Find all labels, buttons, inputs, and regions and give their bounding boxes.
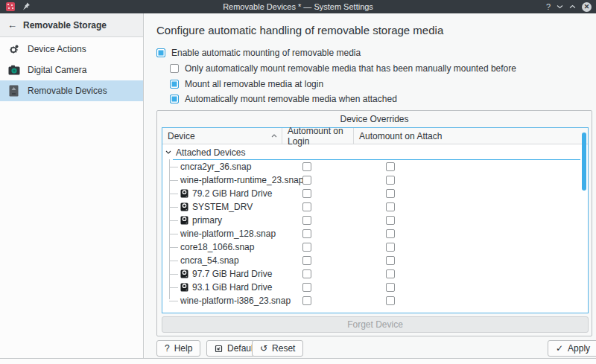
maximize-button[interactable] [569,4,576,9]
device-name-text: cncra_54.snap [180,255,239,266]
automount-attach-checkbox[interactable] [386,269,395,278]
option-mount-at-login[interactable]: Mount all removable media at login [170,79,323,89]
automount-login-checkbox[interactable] [302,296,311,305]
automount-login-checkbox[interactable] [302,216,311,225]
device-actions-icon [7,43,20,56]
help-icon: ? [165,344,170,353]
tree-branch-line [169,274,178,275]
automount-login-checkbox[interactable] [302,162,311,171]
help-button[interactable]: ? Help [156,340,200,357]
device-name: SYSTEM_DRV [180,202,253,212]
device-name: primary [180,215,222,226]
device-row[interactable]: SYSTEM_DRV [162,200,579,214]
column-header-automount-attach[interactable]: Automount on Attach [354,128,588,144]
column-label: Automount on Attach [359,131,442,141]
device-row[interactable]: wine-platform_128.snap [162,227,579,240]
device-row[interactable]: cncra_54.snap [162,254,579,267]
column-header-device[interactable]: Device [162,128,282,144]
automount-attach-checkbox[interactable] [386,216,395,225]
checkbox[interactable] [170,64,179,73]
tree-branch-line [169,247,178,248]
tree-branch-line [169,167,178,167]
hard-drive-icon [180,202,188,211]
device-overrides-table[interactable]: Device Automount on Login Automount on A… [162,127,589,313]
reset-button[interactable]: ↺ Reset [252,340,303,357]
device-name-text: wine-platform_128.snap [180,229,276,239]
device-row[interactable]: wine-platform-i386_23.snap [162,294,579,307]
automount-login-checkbox[interactable] [302,269,311,278]
automount-login-checkbox[interactable] [302,229,311,238]
column-header-automount-login[interactable]: Automount on Login [282,128,354,144]
automount-attach-checkbox[interactable] [386,229,395,238]
reset-button-label: Reset [272,343,295,354]
sidebar-item-device-actions[interactable]: Device Actions [0,39,143,60]
apply-icon: ✓ [556,344,563,353]
automount-attach-checkbox[interactable] [386,189,395,198]
automount-login-checkbox[interactable] [302,189,311,198]
device-row[interactable]: core18_1066.snap [162,240,579,254]
automount-login-checkbox[interactable] [302,283,311,292]
device-name-text: 79.2 GiB Hard Drive [192,188,272,199]
minimize-button[interactable] [557,4,563,9]
vertical-scrollbar[interactable] [582,132,586,191]
device-row[interactable]: 93.1 GiB Hard Drive [162,281,579,294]
hard-drive-icon [180,216,188,225]
sidebar-back-header[interactable]: ← Removable Storage [0,13,143,37]
groupbox-title: Device Overrides [157,114,592,124]
apply-button-label: Apply [568,343,590,354]
automount-login-checkbox[interactable] [302,243,311,252]
attached-devices-group-row[interactable]: Attached Devices [162,145,588,159]
automount-attach-checkbox[interactable] [386,243,395,252]
automount-attach-checkbox[interactable] [386,202,395,211]
device-row[interactable]: cncra2yr_36.snap [162,160,579,173]
automount-attach-checkbox[interactable] [386,296,395,305]
tree-branch-line [169,180,178,181]
expander-chevron-down-icon[interactable] [165,150,171,154]
sidebar-item-digital-camera[interactable]: Digital Camera [0,60,143,80]
device-name-text: primary [192,215,222,226]
defaults-icon [215,345,223,353]
main-content: Configure automatic handling of removabl… [145,13,596,358]
automount-login-checkbox[interactable] [302,256,311,265]
device-row[interactable]: 97.7 GiB Hard Drive [162,267,579,281]
tree-branch-line [169,261,178,261]
sidebar-item-removable-devices[interactable]: Removable Devices [0,80,143,101]
close-button[interactable]: ✕ [582,2,592,12]
device-name-text: 93.1 GiB Hard Drive [192,282,272,293]
automount-login-checkbox[interactable] [302,202,311,211]
hard-drive-icon [180,189,188,198]
page-title: Configure automatic handling of removabl… [156,24,443,36]
automount-attach-checkbox[interactable] [386,283,395,292]
device-row[interactable]: wine-platform-runtime_23.snap [162,173,579,187]
option-mount-when-attached[interactable]: Automatically mount removable media when… [170,94,397,104]
tree-branch-line [169,301,178,301]
system-settings-window: Removable Devices * — System Settings ? … [0,0,596,364]
removable-device-icon [7,85,20,98]
option-enable-automount[interactable]: Enable automatic mounting of removable m… [156,48,361,58]
checkbox[interactable] [170,80,179,89]
checkbox[interactable] [170,95,179,103]
back-arrow-icon[interactable]: ← [7,19,17,31]
device-name: 93.1 GiB Hard Drive [180,282,272,293]
checkbox[interactable] [156,48,165,57]
apply-button[interactable]: ✓ Apply [548,340,596,357]
automount-login-checkbox[interactable] [302,176,311,185]
device-row[interactable]: primary [162,214,579,227]
automount-attach-checkbox[interactable] [386,176,395,185]
forget-device-button[interactable]: Forget Device [162,316,589,333]
automount-attach-checkbox[interactable] [386,162,395,171]
window-bottom-strip [0,358,596,364]
device-name-text: wine-platform-runtime_23.snap [180,175,303,185]
device-name: wine-platform_128.snap [180,229,276,239]
device-overrides-group: Device Overrides Device Automount on Log… [156,110,592,336]
column-label: Device [168,131,195,141]
tree-branch-line [169,194,178,194]
device-name-text: wine-platform-i386_23.snap [180,296,291,306]
automount-attach-checkbox[interactable] [386,256,395,265]
titlebar: Removable Devices * — System Settings ? … [0,0,596,13]
device-row[interactable]: 79.2 GiB Hard Drive [162,187,579,200]
option-only-manual-before[interactable]: Only automatically mount removable media… [170,63,516,74]
titlebar-help-button[interactable]: ? [546,0,551,13]
group-row-label: Attached Devices [176,147,245,158]
device-name: cncra2yr_36.snap [180,162,251,172]
